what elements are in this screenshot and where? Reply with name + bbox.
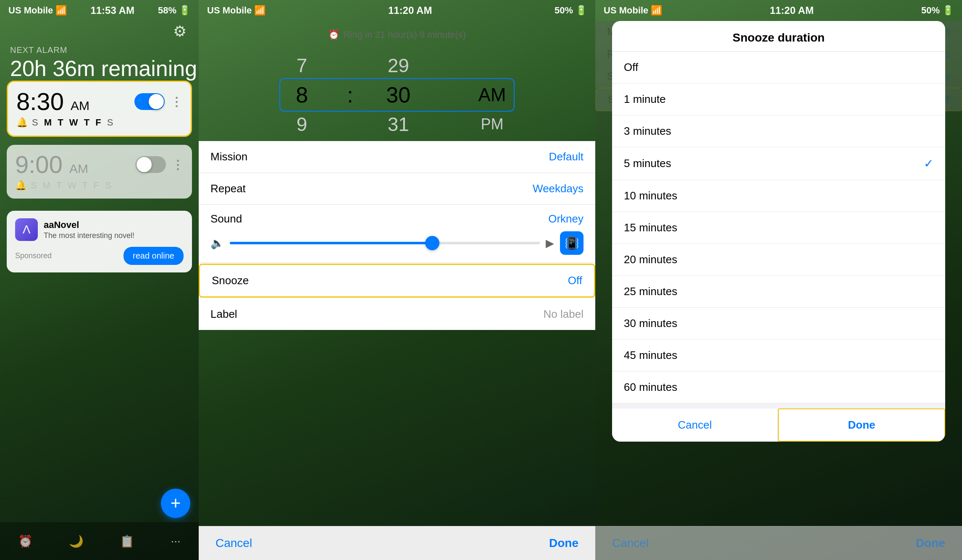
alarm-card-1-top: 8:30 AM ⋮ bbox=[16, 89, 182, 114]
settings-row-mission[interactable]: Mission Default bbox=[199, 141, 595, 173]
toggle-knob-1 bbox=[149, 94, 164, 109]
clock-icon-ring: ⏰ bbox=[328, 29, 339, 40]
toggle-knob-2 bbox=[137, 157, 152, 172]
mission-value: Default bbox=[549, 150, 584, 163]
snooze-option-60min-label: 60 minutes bbox=[624, 381, 677, 394]
panel-alarm-edit: US Mobile 📶 11:20 AM 50% 🔋 ⏰ Ring in 21 … bbox=[199, 0, 595, 560]
wifi-icon-1: 📶 bbox=[55, 5, 67, 16]
slider-fill bbox=[230, 242, 431, 244]
alarm-controls-2: ⋮ bbox=[136, 156, 184, 173]
alarm-card-2-top: 9:00 AM ⋮ bbox=[15, 152, 184, 177]
alarm-menu-1[interactable]: ⋮ bbox=[171, 95, 182, 109]
ad-card-bottom: Sponsored read online bbox=[15, 247, 184, 265]
volume-low-icon: 🔈 bbox=[210, 237, 224, 250]
bottom-buttons-3-behind: Cancel Done bbox=[595, 526, 962, 560]
battery-3: 50% bbox=[921, 5, 940, 16]
done-button-2[interactable]: Done bbox=[549, 536, 578, 550]
read-online-button[interactable]: read online bbox=[124, 247, 184, 265]
alarm-toggle-2[interactable] bbox=[136, 156, 166, 173]
alarm-menu-2[interactable]: ⋮ bbox=[172, 158, 184, 172]
alarm-card-2[interactable]: 9:00 AM ⋮ 🔔 S M T W T F S bbox=[7, 145, 192, 199]
snooze-option-1min-label: 1 minute bbox=[624, 93, 666, 106]
snooze-option-25min-label: 25 minutes bbox=[624, 285, 677, 298]
snooze-option-1min[interactable]: 1 minute bbox=[612, 84, 945, 115]
snooze-checkmark: ✓ bbox=[924, 157, 933, 170]
volume-high-icon: ▶ bbox=[546, 237, 554, 250]
ad-sponsored-label: Sponsored bbox=[15, 251, 52, 260]
snooze-option-15min[interactable]: 15 minutes bbox=[612, 212, 945, 244]
alarm-time-2: 9:00 AM bbox=[15, 152, 88, 177]
snooze-popup: Snooze duration Off 1 minute 3 minutes 5… bbox=[612, 21, 945, 442]
bottom-buttons-2: Cancel Done bbox=[199, 526, 595, 560]
snooze-option-45min-label: 45 minutes bbox=[624, 349, 677, 362]
picker-highlight bbox=[279, 78, 515, 112]
alarm-card-1[interactable]: 8:30 AM ⋮ 🔔 S M T W T F S bbox=[7, 81, 192, 137]
nav-tasks[interactable]: 📋 bbox=[120, 534, 134, 548]
slider-thumb[interactable] bbox=[425, 236, 439, 250]
slider-row: 🔈 ▶ 📳 bbox=[210, 231, 584, 255]
snooze-option-3min[interactable]: 3 minutes bbox=[612, 115, 945, 147]
snooze-cancel-button[interactable]: Cancel bbox=[612, 408, 778, 442]
cancel-button-2[interactable]: Cancel bbox=[216, 536, 252, 550]
add-alarm-button[interactable]: + bbox=[161, 489, 190, 518]
snooze-option-60min[interactable]: 60 minutes bbox=[612, 372, 945, 403]
nav-bedtime[interactable]: 🌙 bbox=[69, 534, 84, 548]
carrier-2: US Mobile bbox=[207, 5, 252, 16]
snooze-option-45min[interactable]: 45 minutes bbox=[612, 340, 945, 372]
sound-label-row: Sound Orkney bbox=[210, 212, 584, 225]
alarm-controls-1: ⋮ bbox=[134, 93, 182, 110]
ring-info: ⏰ Ring in 21 hour(s) 9 minute(s) bbox=[199, 21, 595, 49]
ad-app-icon: Λ bbox=[15, 218, 38, 241]
ad-card: Λ aaNovel The most interesting novel! Sp… bbox=[7, 211, 192, 272]
nav-alarms[interactable]: ⏰ bbox=[18, 534, 33, 548]
time-2: 11:20 AM bbox=[388, 5, 432, 16]
snooze-option-off[interactable]: Off bbox=[612, 52, 945, 84]
snooze-option-25min[interactable]: 25 minutes bbox=[612, 276, 945, 308]
snooze-row-wrapper: Snooze Off bbox=[199, 263, 595, 298]
panel-lockscreen: US Mobile 📶 11:53 AM 58% 🔋 ⚙ NEXT ALARM … bbox=[0, 0, 199, 560]
status-bar-1: US Mobile 📶 11:53 AM 58% 🔋 bbox=[0, 0, 199, 21]
snooze-option-20min[interactable]: 20 minutes bbox=[612, 244, 945, 276]
settings-section: Mission Default Repeat Weekdays Sound Or… bbox=[199, 141, 595, 330]
vibrate-button[interactable]: 📳 bbox=[560, 231, 584, 255]
time-picker[interactable]: 7 8 9 : 29 30 31 AM PM bbox=[199, 49, 595, 141]
repeat-label: Repeat bbox=[210, 182, 246, 195]
next-alarm-header: NEXT ALARM 20h 36m remaining bbox=[10, 45, 197, 81]
snooze-option-30min[interactable]: 30 minutes bbox=[612, 308, 945, 340]
status-left-3: US Mobile 📶 bbox=[604, 5, 662, 16]
wifi-icon-2: 📶 bbox=[254, 5, 265, 16]
sound-value: Orkney bbox=[548, 212, 584, 225]
settings-row-sound[interactable]: Sound Orkney 🔈 ▶ 📳 bbox=[199, 205, 595, 263]
snooze-option-10min[interactable]: 10 minutes bbox=[612, 180, 945, 212]
snooze-option-30min-label: 30 minutes bbox=[624, 317, 677, 330]
alarm-time-1: 8:30 AM bbox=[16, 89, 89, 114]
settings-row-label[interactable]: Label No label bbox=[199, 298, 595, 330]
time-1: 11:53 AM bbox=[90, 5, 134, 16]
settings-row-snooze[interactable]: Snooze Off bbox=[199, 264, 595, 298]
settings-button[interactable]: ⚙ bbox=[169, 21, 190, 42]
snooze-option-5min[interactable]: 5 minutes ✓ bbox=[612, 147, 945, 180]
ad-title: aaNovel bbox=[44, 220, 184, 230]
status-right-3: 50% 🔋 bbox=[921, 5, 954, 16]
picker-minute-below: 31 bbox=[355, 110, 442, 139]
snooze-popup-title: Snooze duration bbox=[612, 21, 945, 52]
battery-1: 58% bbox=[158, 5, 176, 16]
volume-slider[interactable] bbox=[230, 242, 540, 244]
alarm-toggle-1[interactable] bbox=[134, 93, 165, 110]
panel-snooze: US Mobile 📶 11:20 AM 50% 🔋 Mi ult Re ys … bbox=[595, 0, 962, 560]
snooze-option-10min-label: 10 minutes bbox=[624, 189, 677, 202]
nav-more[interactable]: ··· bbox=[171, 534, 181, 548]
days-text-2: S M T W T F S bbox=[31, 180, 113, 191]
battery-icon-3: 🔋 bbox=[942, 5, 954, 16]
alarm-clock-icon-1: 🔔 bbox=[16, 117, 28, 128]
alarm-days-1: 🔔 S M T W T F S bbox=[16, 117, 182, 128]
popup-action-row: Cancel Done bbox=[612, 408, 945, 442]
gear-icon: ⚙ bbox=[173, 23, 187, 40]
carrier-1: US Mobile bbox=[8, 5, 53, 16]
snooze-label: Snooze bbox=[212, 274, 249, 287]
settings-row-repeat[interactable]: Repeat Weekdays bbox=[199, 173, 595, 205]
ad-text-block: aaNovel The most interesting novel! bbox=[44, 220, 184, 240]
snooze-done-button[interactable]: Done bbox=[778, 408, 945, 442]
carrier-3: US Mobile bbox=[604, 5, 648, 16]
battery-icon-1: 🔋 bbox=[179, 5, 190, 16]
